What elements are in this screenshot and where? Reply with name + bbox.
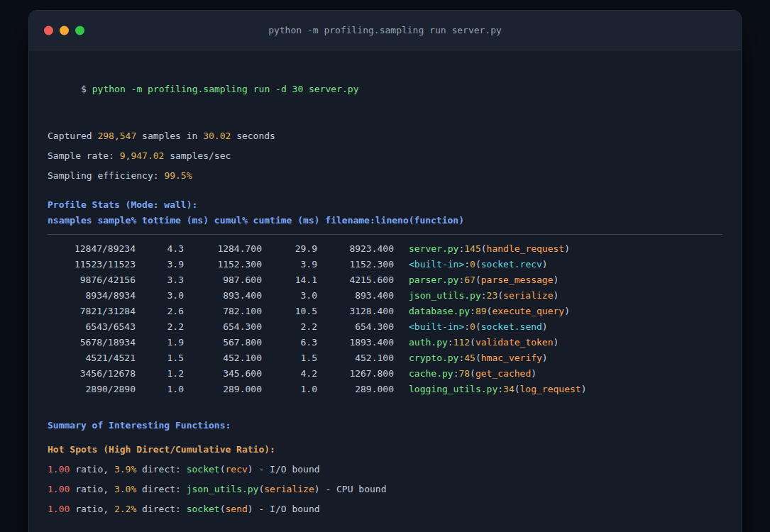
text-segment: samples in — [136, 131, 203, 141]
maximize-button[interactable] — [75, 26, 84, 35]
capture-info: Captured 298,547 samples in 30.02 second… — [48, 126, 722, 186]
location-function: handle_request — [487, 243, 565, 254]
minimize-button[interactable] — [60, 26, 69, 35]
cell-sample-pct: 1.0 — [136, 382, 184, 397]
cell-cumul-pct: 14.1 — [262, 272, 317, 288]
text-segment: 9,947.02 — [120, 150, 165, 161]
command-line: $python -m profiling.sampling run -d 30 … — [48, 60, 722, 119]
cell-location: server.py:145(handle_request) — [409, 241, 570, 257]
cell-cumul-pct: 6.3 — [262, 335, 317, 350]
cell-sample-pct: 2.2 — [136, 319, 184, 335]
hot-spot-line: 1.00 ratio, 3.9% direct: socket(recv) - … — [48, 460, 722, 480]
text-segment: socket — [187, 464, 220, 475]
cell-tottime: 567.800 — [184, 335, 262, 350]
text-segment: 2.2% — [114, 504, 136, 514]
cell-tottime: 1152.300 — [184, 257, 262, 272]
cell-tottime: 1284.700 — [184, 241, 262, 257]
location-file: auth.py — [409, 337, 448, 348]
cell-nsamples: 4521/4521 — [48, 350, 136, 366]
hot-spot-line: 1.00 ratio, 2.2% direct: socket(send) - … — [48, 499, 722, 519]
cell-cumul-pct: 29.9 — [262, 241, 317, 257]
text-segment: ( — [220, 464, 226, 475]
text-segment: 1.00 — [48, 504, 70, 514]
table-row: 9876/42156 3.3 987.600 14.1 4215.600 par… — [48, 272, 722, 288]
cell-sample-pct: 3.9 — [136, 257, 184, 272]
text-segment: ratio, — [70, 484, 114, 494]
cell-tottime: 654.300 — [184, 319, 262, 335]
traffic-lights — [44, 26, 84, 35]
cell-sample-pct: 3.3 — [136, 272, 184, 288]
location-file: logging_utils.py — [409, 384, 497, 394]
text-segment: 298,547 — [97, 131, 136, 141]
text-segment: direct: — [136, 464, 186, 475]
stats-table-body: 12847/89234 4.3 1284.700 29.9 8923.400 s… — [48, 241, 722, 397]
cell-location: <built-in>:0(socket.recv) — [409, 257, 548, 272]
location-file: <built-in> — [409, 321, 464, 332]
summary-title: Summary of Interesting Functions: — [48, 416, 722, 436]
location-lineno: 89 — [475, 306, 487, 316]
text-segment: seconds — [231, 131, 275, 141]
cell-cumtime: 1893.400 — [317, 335, 394, 350]
cell-cumul-pct: 3.9 — [262, 257, 317, 272]
cell-nsamples: 11523/11523 — [48, 257, 136, 272]
text-segment: ) - I/O bound — [248, 464, 320, 475]
cell-location: json_utils.py:23(serialize) — [409, 288, 559, 304]
cell-location: <built-in>:0(socket.send) — [409, 319, 548, 335]
text-segment: direct: — [136, 484, 186, 494]
cell-cumul-pct: 3.0 — [262, 288, 317, 304]
table-row: 6543/6543 2.2 654.300 2.2 654.300 <built… — [48, 319, 722, 335]
cell-cumtime: 289.000 — [317, 382, 394, 397]
location-file: json_utils.py — [409, 290, 481, 301]
location-function: get_cached — [475, 368, 531, 379]
cell-nsamples: 5678/18934 — [48, 335, 136, 350]
text-segment: socket — [187, 504, 220, 514]
location-lineno: 145 — [464, 243, 480, 254]
cell-nsamples: 6543/6543 — [48, 319, 136, 335]
cell-nsamples: 7821/31284 — [48, 304, 136, 319]
title-bar: python -m profiling.sampling run server.… — [29, 11, 741, 50]
text-segment: direct: — [136, 504, 186, 514]
cell-sample-pct: 1.2 — [136, 366, 184, 382]
cell-cumul-pct: 1.5 — [262, 350, 317, 366]
location-lineno: 0 — [470, 321, 475, 332]
table-row: 12847/89234 4.3 1284.700 29.9 8923.400 s… — [48, 241, 722, 257]
stats-section-title: Profile Stats (Mode: wall): — [48, 197, 722, 213]
stats-columns-header: nsamples sample% tottime (ms) cumul% cum… — [48, 213, 722, 228]
table-row: 11523/11523 3.9 1152.300 3.9 1152.300 <b… — [48, 257, 722, 272]
text-segment: Sample rate: — [48, 150, 120, 161]
location-function: hmac_verify — [481, 353, 542, 363]
cell-cumtime: 893.400 — [317, 288, 394, 304]
text-segment: ( — [220, 504, 226, 514]
text-segment: 99.5% — [164, 170, 192, 181]
location-file: parser.py — [409, 275, 458, 285]
stats-divider — [48, 234, 722, 235]
text-segment: Sampling efficiency: — [48, 170, 164, 181]
text-segment: json_utils.py — [187, 484, 259, 494]
cell-tottime: 452.100 — [184, 350, 262, 366]
location-lineno: 45 — [464, 353, 475, 363]
text-segment: samples/sec — [164, 150, 231, 161]
location-function: validate_token — [475, 337, 554, 348]
cell-tottime: 782.100 — [184, 304, 262, 319]
table-row: 4521/4521 1.5 452.100 1.5 452.100 crypto… — [48, 350, 722, 366]
cell-sample-pct: 2.6 — [136, 304, 184, 319]
hot-spot-line: 1.00 ratio, 3.0% direct: json_utils.py(s… — [48, 480, 722, 499]
table-row: 5678/18934 1.9 567.800 6.3 1893.400 auth… — [48, 335, 722, 350]
cell-location: database.py:89(execute_query) — [409, 304, 570, 319]
location-lineno: 34 — [503, 384, 515, 394]
cell-nsamples: 3456/12678 — [48, 366, 136, 382]
table-row: 3456/12678 1.2 345.600 4.2 1267.800 cach… — [48, 366, 722, 382]
location-function: socket.send — [481, 321, 542, 332]
hot-spots-title: Hot Spots (High Direct/Cumulative Ratio)… — [48, 440, 722, 460]
text-segment: ratio, — [70, 464, 114, 475]
info-line: Sampling efficiency: 99.5% — [48, 166, 722, 186]
text-segment: 1.00 — [48, 484, 70, 494]
close-button[interactable] — [44, 26, 53, 35]
cell-location: crypto.py:45(hmac_verify) — [409, 350, 548, 366]
location-function: execute_query — [492, 306, 564, 316]
cell-sample-pct: 4.3 — [136, 241, 184, 257]
text-segment: ) - CPU bound — [314, 484, 387, 494]
terminal-body[interactable]: $python -m profiling.sampling run -d 30 … — [29, 50, 741, 532]
location-lineno: 112 — [453, 337, 470, 348]
cell-cumtime: 452.100 — [317, 350, 394, 366]
